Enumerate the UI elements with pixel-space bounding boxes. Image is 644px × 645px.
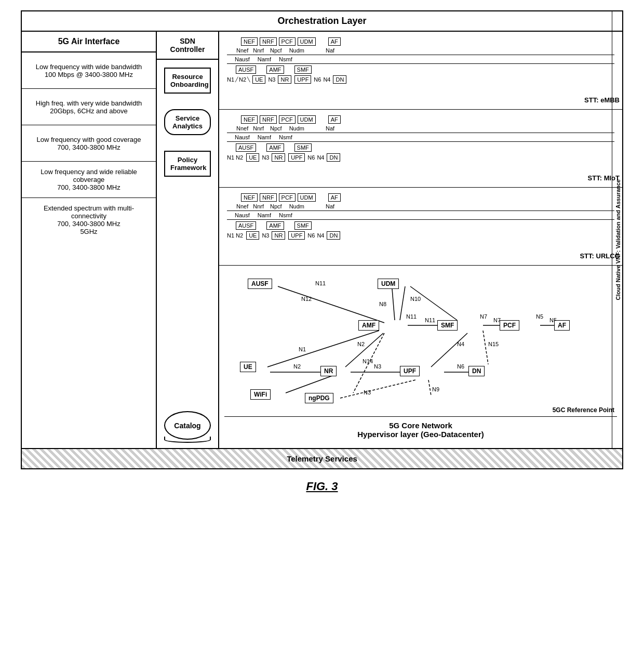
- air-item-5: Extended spectrum with multi-connectivit…: [22, 198, 156, 242]
- svg-line-2: [400, 286, 405, 320]
- svg-text:N14: N14: [363, 358, 373, 364]
- svg-line-29: [428, 380, 431, 396]
- sdn-panel: SDNController ResourceOnboarding Service…: [157, 32, 219, 448]
- nf-diagram-urlcc: NEF NRF PCF UDM AF Nnef Nnrf Npcf Nudm: [224, 193, 617, 240]
- air-item-2: High freq. with very wide bandwidth20Gbp…: [22, 89, 156, 125]
- label-n5: N5: [536, 313, 543, 320]
- svg-line-23: [431, 333, 467, 367]
- label-n11: N11: [315, 280, 326, 286]
- svg-text:N8: N8: [379, 301, 386, 307]
- node-wifi: WiFi: [250, 389, 271, 400]
- label-n11-amf-smf: N11: [406, 313, 417, 320]
- node-nr: NR: [320, 366, 337, 376]
- nf-diagram-embb: NEF NRF PCF UDM AF Nnef Nnrf Npcf: [224, 37, 617, 84]
- node-amf: AMF: [358, 320, 379, 331]
- svg-text:N15: N15: [488, 341, 499, 347]
- main-diagram: Orchestration Layer 5G Air Interface Low…: [21, 10, 623, 469]
- svg-line-13: [267, 331, 379, 367]
- air-item-4: Low frequency and wide reliable cobverag…: [22, 162, 156, 198]
- svg-text:N2: N2: [357, 341, 365, 347]
- node-ngpdg: ngPDG: [305, 393, 333, 403]
- label-n7: N7: [480, 313, 487, 320]
- nf-diagram-miot: NEF NRF PCF UDM AF Nnef Nnrf Npcf Nudm: [224, 115, 617, 162]
- fivegc-connections-svg: N12 N10 N8 N11: [224, 271, 617, 416]
- fivegc-section: N12 N10 N8 N11: [219, 266, 622, 448]
- svg-line-5: [392, 289, 395, 320]
- right-outer: NEF NRF PCF UDM AF Nnef Nnrf Npcf: [219, 32, 622, 448]
- air-interface-header: 5G Air Interface: [22, 32, 156, 52]
- stt-urlcc-row: NEF NRF PCF UDM AF Nnef Nnrf Npcf Nudm: [219, 188, 622, 266]
- service-analytics-block: Service Analytics: [164, 109, 211, 135]
- svg-text:N3: N3: [364, 389, 371, 396]
- air-item-1: Low frequency with wide bandwidth100 Mbp…: [22, 52, 156, 89]
- svg-text:N11: N11: [425, 317, 435, 323]
- svg-line-17: [345, 333, 383, 367]
- sdn-header: SDNController: [157, 32, 218, 60]
- figure-caption: FIG. 3: [306, 480, 338, 493]
- fivegc-ref-label: 5GC Reference Point: [553, 406, 614, 414]
- node-dn: DN: [468, 366, 485, 376]
- fivegc-diagram: N12 N10 N8 N11: [224, 271, 617, 416]
- cloud-native-vnf-label: Cloud Native VNF: Validation and Assuran…: [612, 11, 623, 468]
- svg-line-4: [410, 286, 457, 320]
- resource-onboarding-block: ResourceOnboarding: [164, 68, 211, 94]
- node-upf: UPF: [400, 366, 420, 376]
- core-network-label: 5G Core NetworkHypervisor layer (Geo-Dat…: [224, 416, 617, 443]
- node-pcf: PCF: [500, 320, 519, 331]
- node-af: AF: [554, 320, 570, 331]
- right-content: NEF NRF PCF UDM AF Nnef Nnrf Npcf: [219, 32, 622, 448]
- svg-text:N4: N4: [457, 341, 464, 347]
- air-item-3: Low frequency with good coverage700, 340…: [22, 125, 156, 162]
- svg-line-27: [340, 380, 415, 398]
- air-interface-panel: 5G Air Interface Low frequency with wide…: [22, 32, 157, 448]
- svg-text:N6: N6: [457, 363, 464, 370]
- svg-text:N1: N1: [299, 346, 306, 352]
- stt-miot-row: NEF NRF PCF UDM AF Nnef Nnrf Npcf Nudm: [219, 110, 622, 188]
- svg-line-0: [278, 286, 384, 323]
- catalog-area: Catalog: [164, 411, 211, 443]
- node-smf: SMF: [437, 320, 458, 331]
- svg-text:N10: N10: [410, 296, 421, 302]
- svg-text:N12: N12: [301, 296, 312, 302]
- telemetry-bar: Telemetry Services: [22, 448, 622, 468]
- orchestration-header: Orchestration Layer: [22, 11, 622, 32]
- node-udm: UDM: [378, 279, 399, 289]
- svg-text:N9: N9: [432, 386, 439, 392]
- svg-line-25: [353, 333, 384, 393]
- svg-text:N2: N2: [293, 363, 301, 370]
- catalog-ellipse: Catalog: [164, 411, 211, 440]
- svg-line-31: [483, 331, 488, 364]
- cloud-native-text: Cloud Native VNF: Validation and Assuran…: [615, 179, 621, 300]
- catalog-label: Catalog: [174, 422, 200, 430]
- svg-line-33: [286, 375, 335, 393]
- telemetry-label: Telemetry Services: [287, 454, 357, 463]
- node-ue: UE: [240, 362, 256, 372]
- node-ausf: AUSF: [248, 279, 272, 289]
- svg-text:N3: N3: [374, 363, 381, 370]
- policy-framework-block: PolicyFramework: [164, 151, 211, 177]
- stt-embb-row: NEF NRF PCF UDM AF Nnef Nnrf Npcf: [219, 32, 622, 110]
